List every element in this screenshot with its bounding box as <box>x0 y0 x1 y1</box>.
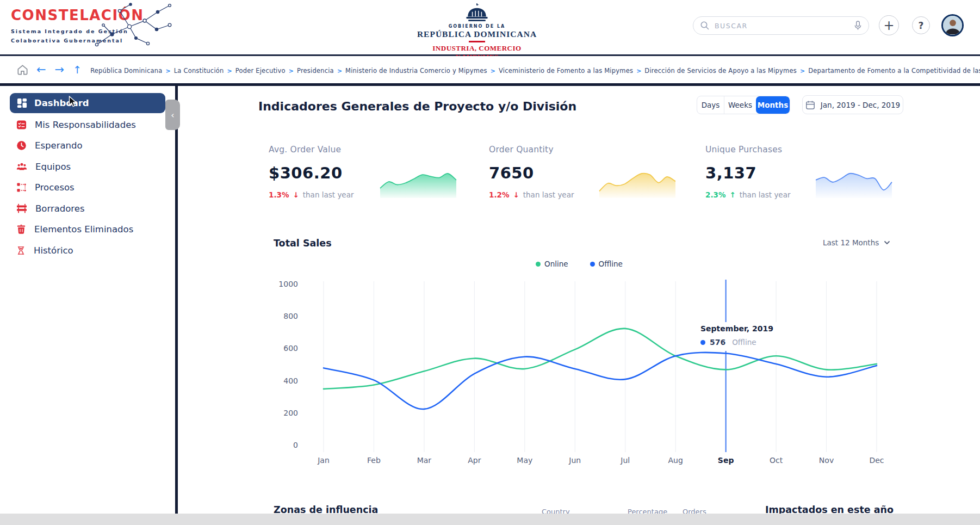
dome-icon <box>462 3 492 23</box>
x-axis-tick-label: Sep <box>707 456 745 465</box>
top-header: CONSTELACIÓN Sistema Integrado de Gestió… <box>0 0 980 56</box>
horizontal-scrollbar-track[interactable] <box>0 514 980 525</box>
tooltip-value: 576 <box>710 338 725 347</box>
barrier-icon <box>16 203 27 214</box>
sidebar-item-borradores[interactable]: Borradores <box>0 198 175 219</box>
tab-months[interactable]: Months <box>756 96 790 114</box>
breadcrumb-bar: ← → ↑ República Dominicana>La Constituci… <box>0 56 980 83</box>
sales-range-dropdown[interactable]: Last 12 Months <box>823 238 890 247</box>
gov-name-text: REPÚBLICA DOMINICANA <box>417 29 537 39</box>
breadcrumb-separator-icon: > <box>491 67 495 75</box>
sidebar: Dashboard Mis Responsabilidades Esperand… <box>0 86 178 514</box>
breadcrumb-item[interactable]: Departamento de Fomento a la Competitivi… <box>808 67 980 75</box>
tooltip-title: September, 2019 <box>700 324 773 333</box>
y-axis-tick-label: 400 <box>261 376 298 385</box>
down-arrow-icon: ↓ <box>513 190 519 199</box>
clock-icon <box>16 140 27 151</box>
home-icon[interactable] <box>16 64 29 76</box>
tasks-icon <box>16 120 27 130</box>
sidebar-item-label: Esperando <box>35 140 83 151</box>
period-tabs: Days Weeks Months <box>697 96 790 114</box>
breadcrumb-item[interactable]: Poder Ejecutivo <box>235 67 286 75</box>
app-window: CONSTELACIÓN Sistema Integrado de Gestió… <box>0 0 980 525</box>
sidebar-item-esperando[interactable]: Esperando <box>0 135 175 157</box>
x-axis-tick-label: Feb <box>355 456 393 465</box>
back-arrow-icon[interactable]: ← <box>36 64 46 76</box>
x-axis-tick-label: Apr <box>455 456 493 465</box>
add-button[interactable]: + <box>879 15 899 35</box>
chart-legend: Online Offline <box>536 260 623 268</box>
sidebar-item-elementos-eliminados[interactable]: Elementos Eliminados <box>0 219 175 240</box>
breadcrumb-item[interactable]: Dirección de Servicios de Apoyo a las Mi… <box>644 67 797 75</box>
gov-pre-text: GOBIERNO DE LA <box>449 24 506 29</box>
process-icon <box>16 182 27 193</box>
y-axis-tick-label: 200 <box>261 409 298 417</box>
help-button[interactable]: ? <box>912 16 930 34</box>
breadcrumb-separator-icon: > <box>227 67 232 75</box>
search-input[interactable] <box>715 22 849 30</box>
x-axis-tick-label: Jan <box>305 456 343 465</box>
sidebar-item-dashboard[interactable]: Dashboard <box>10 93 165 113</box>
x-axis-tick-label: Jul <box>606 456 644 465</box>
breadcrumb-item[interactable]: Presidencia <box>297 67 334 75</box>
sidebar-item-label: Histórico <box>34 245 73 256</box>
legend-item-offline[interactable]: Offline <box>590 260 623 268</box>
total-sales-chart[interactable] <box>294 272 908 460</box>
hourglass-icon <box>16 245 26 256</box>
x-axis-tick-label: Mar <box>405 456 443 465</box>
sidebar-collapse-button[interactable]: ‹ <box>165 100 180 130</box>
sidebar-item-equipos[interactable]: Equipos <box>0 156 175 177</box>
down-arrow-icon: ↓ <box>293 190 299 199</box>
x-axis-tick-label: Jun <box>556 456 594 465</box>
delta-percent: 1.3% <box>269 190 289 199</box>
chevron-down-icon <box>884 240 890 245</box>
breadcrumb-separator-icon: > <box>800 67 805 75</box>
tooltip-series-dot-icon <box>700 340 705 345</box>
x-axis-tick-label: Oct <box>757 456 795 465</box>
breadcrumb-separator-icon: > <box>165 67 170 75</box>
breadcrumb-item[interactable]: La Constitución <box>174 67 224 75</box>
chart-tooltip: September, 2019 576 Offline <box>694 322 780 351</box>
total-sales-title: Total Sales <box>274 238 332 249</box>
offline-dot-icon <box>590 262 595 267</box>
breadcrumb-item[interactable]: Viceministerio de Fomento a las Mipymes <box>499 67 633 75</box>
microphone-icon[interactable] <box>854 20 862 31</box>
date-range-picker[interactable]: Jan, 2019 - Dec, 2019 <box>802 95 903 114</box>
sidebar-item-label: Dashboard <box>34 98 89 108</box>
government-seal: GOBIERNO DE LA REPÚBLICA DOMINICANA INDU… <box>412 3 542 62</box>
unique-purchases-sparkline <box>814 171 894 199</box>
gov-divider <box>469 41 485 42</box>
page-title: Indicadores Generales de Proyecto y/o Di… <box>258 100 576 113</box>
avg-order-value-sparkline <box>378 171 458 199</box>
search-icon <box>700 21 710 30</box>
date-range-label: Jan, 2019 - Dec, 2019 <box>821 101 900 109</box>
sidebar-item-label: Procesos <box>35 182 75 193</box>
delta-percent: 2.3% <box>705 190 725 199</box>
breadcrumb-item[interactable]: Ministerio de Industria Comercio y Mipym… <box>345 67 487 75</box>
delta-percent: 1.2% <box>489 190 509 199</box>
online-dot-icon <box>536 262 541 267</box>
breadcrumb-separator-icon: > <box>337 67 342 75</box>
teams-icon <box>16 161 27 172</box>
up-arrow-icon: ↑ <box>729 190 735 199</box>
up-arrow-icon[interactable]: ↑ <box>73 65 82 75</box>
search-bar[interactable] <box>693 16 869 35</box>
x-axis-tick-label: May <box>506 456 544 465</box>
legend-item-online[interactable]: Online <box>536 260 568 268</box>
x-axis-tick-label: Aug <box>656 456 694 465</box>
tab-days[interactable]: Days <box>697 96 724 114</box>
sidebar-item-label: Borradores <box>35 203 85 214</box>
tab-weeks[interactable]: Weeks <box>724 96 756 114</box>
y-axis-tick-label: 0 <box>261 441 298 449</box>
sidebar-item-procesos[interactable]: Procesos <box>0 177 175 199</box>
sidebar-item-historico[interactable]: Histórico <box>0 240 175 261</box>
x-axis-tick-label: Dec <box>858 456 896 465</box>
order-quantity-sparkline <box>597 171 678 199</box>
breadcrumb-item[interactable]: República Dominicana <box>90 67 162 75</box>
sidebar-item-mis-responsabilidades[interactable]: Mis Responsabilidades <box>0 114 175 135</box>
sidebar-item-label: Mis Responsabilidades <box>35 120 136 130</box>
user-avatar[interactable] <box>941 14 964 36</box>
x-axis-tick-label: Nov <box>808 456 846 465</box>
constellation-graphic-icon <box>91 1 173 55</box>
forward-arrow-icon[interactable]: → <box>55 64 65 76</box>
